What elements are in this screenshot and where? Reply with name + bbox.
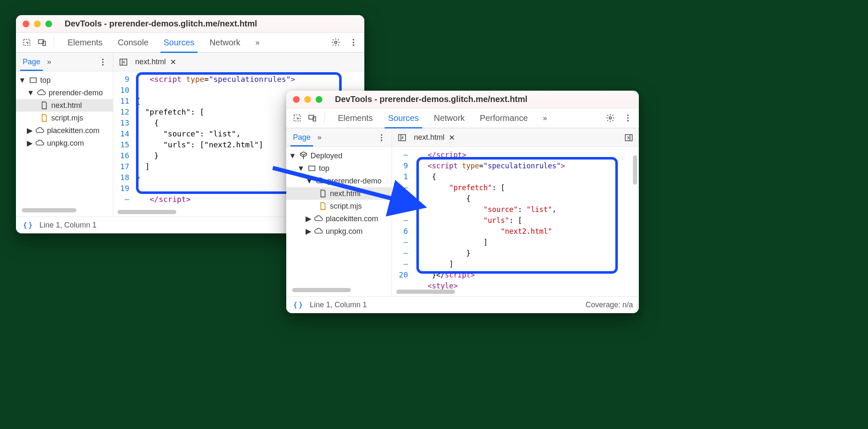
tree-host[interactable]: ▼ prerender-demo (286, 175, 392, 187)
subtab-overflow[interactable]: » (317, 133, 322, 142)
tree-file-next[interactable]: next.html (16, 99, 113, 112)
svg-rect-12 (30, 78, 36, 83)
svg-point-21 (381, 137, 382, 139)
subtab-kebab-icon[interactable] (97, 56, 109, 68)
zoom-icon[interactable] (316, 96, 322, 103)
main-toolbar: Elements Sources Network Performance » (286, 108, 639, 128)
sidebar-h-scrollbar[interactable] (22, 208, 76, 212)
close-file-icon[interactable]: ✕ (449, 133, 455, 142)
tree-host[interactable]: ▼ prerender-demo (16, 86, 113, 99)
close-icon[interactable] (293, 96, 300, 103)
tab-sources[interactable]: Sources (156, 33, 202, 52)
kebab-icon[interactable] (622, 112, 634, 124)
sources-subbar: Page » next.html ✕ (286, 128, 639, 147)
svg-point-5 (353, 42, 354, 43)
titlebar: DevTools - prerender-demos.glitch.me/nex… (286, 91, 639, 108)
device-icon[interactable] (306, 112, 318, 124)
tree-deployed[interactable]: ▼ Deployed (286, 149, 392, 162)
kebab-icon[interactable] (348, 37, 359, 48)
svg-point-4 (353, 39, 354, 41)
line-gutter: –91–3––6–––20 (392, 147, 411, 296)
subtab-kebab-icon[interactable] (376, 132, 387, 144)
svg-point-17 (627, 115, 629, 116)
tree-file-next[interactable]: next.html (286, 187, 392, 200)
h-scrollbar[interactable] (118, 210, 176, 214)
inspect-icon[interactable] (291, 112, 303, 124)
close-icon[interactable] (23, 21, 29, 27)
tree-unpkg[interactable]: ▶ unpkg.com (286, 225, 392, 238)
svg-point-18 (627, 117, 629, 119)
line-gutter: 910111213141516171819– (113, 71, 133, 217)
gear-icon[interactable] (330, 37, 342, 48)
svg-point-9 (102, 64, 104, 65)
v-scrollbar[interactable] (633, 155, 637, 185)
coverage-status: Coverage: n/a (586, 301, 633, 309)
toggle-nav-icon[interactable] (118, 56, 129, 68)
svg-point-3 (335, 41, 337, 44)
tree-file-script[interactable]: script.mjs (286, 200, 392, 212)
pretty-print-icon[interactable] (22, 220, 34, 231)
tab-elements[interactable]: Elements (60, 33, 110, 52)
tree-unpkg[interactable]: ▶ unpkg.com (16, 137, 113, 149)
file-navigator: ▼ top ▼ prerender-demo next.html script.… (16, 71, 113, 217)
svg-point-19 (627, 120, 629, 122)
minimize-icon[interactable] (34, 21, 41, 27)
open-file-tab[interactable]: next.html ✕ (414, 133, 455, 142)
tab-network[interactable]: Network (202, 33, 248, 52)
tab-network[interactable]: Network (426, 108, 472, 128)
svg-point-20 (381, 134, 382, 136)
svg-point-6 (353, 44, 354, 46)
devtools-window-right: DevTools - prerender-demos.glitch.me/nex… (286, 91, 639, 313)
statusbar: Line 1, Column 1 Coverage: n/a (286, 296, 639, 313)
cursor-position: Line 1, Column 1 (310, 301, 367, 309)
cursor-position: Line 1, Column 1 (39, 221, 97, 230)
toggle-debugger-icon[interactable] (623, 132, 635, 144)
tab-overflow[interactable]: » (536, 108, 555, 128)
sources-subbar: Page » next.html ✕ (16, 53, 364, 71)
device-icon[interactable] (36, 37, 48, 48)
svg-point-8 (102, 61, 104, 63)
subtab-overflow[interactable]: » (47, 58, 51, 66)
titlebar: DevTools - prerender-demos.glitch.me/nex… (16, 15, 364, 33)
tab-sources[interactable]: Sources (380, 108, 426, 128)
open-file-name: next.html (135, 58, 166, 66)
page-subtab[interactable]: Page (20, 53, 43, 71)
inspect-icon[interactable] (21, 37, 33, 48)
tab-console[interactable]: Console (110, 33, 156, 52)
gear-icon[interactable] (604, 112, 616, 124)
tree-top[interactable]: ▼ top (16, 74, 113, 86)
main-toolbar: Elements Console Sources Network » (16, 33, 364, 53)
traffic-lights (23, 21, 52, 27)
page-subtab[interactable]: Page (290, 128, 313, 146)
tree-file-script[interactable]: script.mjs (16, 112, 113, 124)
close-file-icon[interactable]: ✕ (170, 58, 176, 67)
tree-placekitten[interactable]: ▶ placekitten.com (286, 212, 392, 225)
svg-rect-27 (309, 166, 315, 171)
traffic-lights (293, 96, 322, 103)
code-editor[interactable]: –91–3––6–––20 </script> <script type="sp… (392, 147, 639, 296)
svg-point-16 (609, 117, 612, 119)
h-scrollbar[interactable] (396, 290, 455, 294)
svg-point-22 (381, 139, 382, 141)
window-title: DevTools - prerender-demos.glitch.me/nex… (65, 19, 257, 29)
tree-placekitten[interactable]: ▶ placekitten.com (16, 124, 113, 137)
toggle-nav-icon[interactable] (396, 132, 408, 144)
minimize-icon[interactable] (304, 96, 311, 103)
open-file-name: next.html (414, 133, 444, 142)
file-navigator: ▼ Deployed ▼ top ▼ prerender-demo next.h… (286, 147, 392, 296)
sidebar-h-scrollbar[interactable] (292, 288, 351, 292)
code-content: </script> <script type="speculationrules… (411, 147, 639, 296)
window-title: DevTools - prerender-demos.glitch.me/nex… (335, 94, 528, 104)
svg-point-7 (102, 58, 104, 60)
zoom-icon[interactable] (45, 21, 52, 27)
tab-elements[interactable]: Elements (330, 108, 380, 128)
pretty-print-icon[interactable] (292, 299, 304, 311)
tree-top[interactable]: ▼ top (286, 162, 392, 175)
open-file-tab[interactable]: next.html ✕ (135, 58, 176, 67)
tab-performance[interactable]: Performance (472, 108, 536, 128)
tab-overflow[interactable]: » (248, 33, 267, 52)
